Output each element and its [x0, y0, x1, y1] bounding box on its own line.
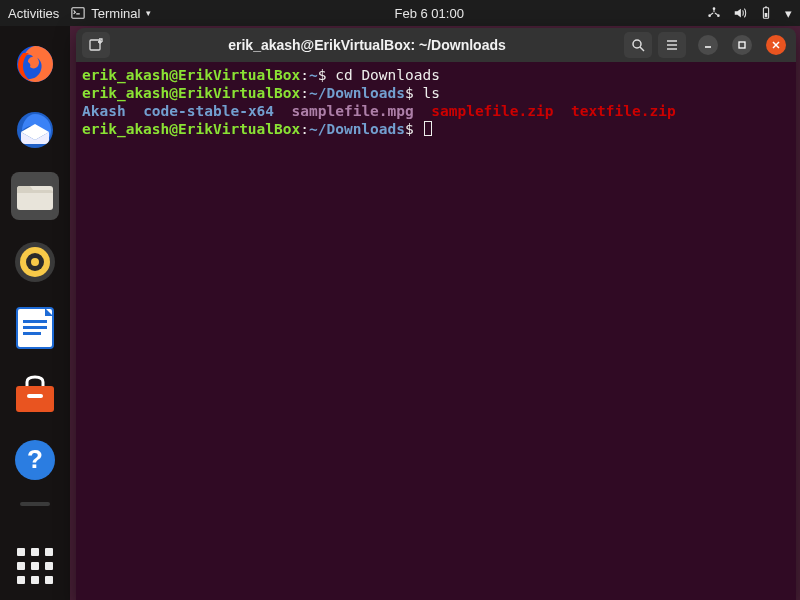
dock-ubuntu-software[interactable] — [11, 370, 59, 418]
battery-icon — [759, 6, 773, 20]
terminal-icon — [71, 6, 85, 20]
dock-separator — [20, 502, 50, 506]
network-icon — [707, 6, 721, 20]
minimize-button[interactable] — [698, 35, 718, 55]
cursor — [424, 121, 432, 136]
cmd-text: cd Downloads — [335, 67, 440, 83]
clock[interactable]: Feb 6 01:00 — [151, 6, 707, 21]
window-titlebar[interactable]: erik_akash@ErikVirtualBox: ~/Downloads — [76, 28, 796, 62]
svg-line-26 — [640, 47, 644, 51]
show-applications-button[interactable] — [17, 548, 53, 584]
volume-icon — [733, 6, 747, 20]
ls-archive: samplefile.zip — [431, 103, 553, 119]
gnome-top-bar: Activities Terminal ▾ Feb 6 01:00 ▾ — [0, 0, 800, 26]
maximize-button[interactable] — [732, 35, 752, 55]
search-button[interactable] — [624, 32, 652, 58]
dock-rhythmbox[interactable] — [11, 238, 59, 286]
new-tab-button[interactable] — [82, 32, 110, 58]
dock-libreoffice-writer[interactable] — [11, 304, 59, 352]
dock-thunderbird[interactable] — [11, 106, 59, 154]
svg-text:?: ? — [27, 444, 43, 474]
ls-archive: textfile.zip — [571, 103, 676, 119]
dock-firefox[interactable] — [11, 40, 59, 88]
ls-dir: Akash — [82, 103, 126, 119]
svg-rect-19 — [27, 394, 43, 398]
dropdown-icon: ▾ — [785, 6, 792, 21]
hamburger-menu-button[interactable] — [658, 32, 686, 58]
terminal-window: erik_akash@ErikVirtualBox: ~/Downloads e… — [76, 28, 796, 600]
app-menu-label: Terminal — [91, 6, 140, 21]
system-status-area[interactable]: ▾ — [707, 6, 792, 21]
activities-button[interactable]: Activities — [8, 6, 59, 21]
window-title: erik_akash@ErikVirtualBox: ~/Downloads — [116, 37, 618, 53]
ls-dir: code-stable-x64 — [143, 103, 274, 119]
terminal-body[interactable]: erik_akash@ErikVirtualBox:~$ cd Download… — [76, 62, 796, 600]
svg-rect-18 — [23, 332, 41, 335]
desktop: erik_akash@ErikVirtualBox: ~/Downloads e… — [70, 26, 800, 600]
cmd-text: ls — [422, 85, 439, 101]
svg-rect-0 — [72, 8, 84, 19]
svg-rect-5 — [765, 6, 767, 7]
dock: ? — [0, 26, 70, 600]
ls-media: samplefile.mpg — [292, 103, 414, 119]
svg-rect-16 — [23, 320, 47, 323]
dock-files[interactable] — [11, 172, 59, 220]
dock-help[interactable]: ? — [11, 436, 59, 484]
svg-rect-6 — [765, 13, 768, 17]
svg-point-25 — [633, 40, 641, 48]
prompt-user: erik_akash@ErikVirtualBox — [82, 67, 300, 83]
svg-rect-17 — [23, 326, 47, 329]
svg-point-13 — [31, 258, 39, 266]
close-button[interactable] — [766, 35, 786, 55]
svg-rect-31 — [739, 42, 745, 48]
app-menu[interactable]: Terminal ▾ — [71, 6, 151, 21]
